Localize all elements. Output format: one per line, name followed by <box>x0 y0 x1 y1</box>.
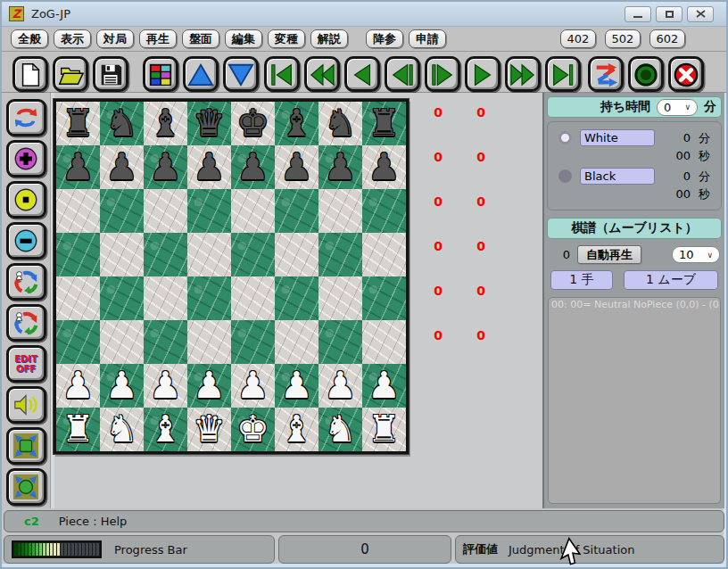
movelist-entry-0[interactable]: 00: 00= Neutral NoPiece (0,0) - (0,0) <box>549 299 720 310</box>
square-h5[interactable] <box>362 233 406 276</box>
menu-item-2[interactable]: 対局 <box>96 29 134 48</box>
square-d1[interactable]: ♛ <box>187 408 231 451</box>
square-c5[interactable] <box>144 233 187 276</box>
square-c4[interactable] <box>144 276 187 320</box>
menu-item-7[interactable]: 解説 <box>310 29 348 48</box>
square-e3[interactable] <box>231 320 275 364</box>
square-f6[interactable] <box>275 189 318 233</box>
square-c7[interactable]: ♟ <box>144 145 187 189</box>
forward-stop-button[interactable] <box>425 56 460 92</box>
rotate-pieces-down-button[interactable] <box>6 304 46 342</box>
square-b6[interactable] <box>100 189 144 233</box>
square-a8[interactable]: ♜ <box>56 102 100 145</box>
square-d5[interactable] <box>187 233 231 276</box>
square-f3[interactable] <box>275 320 318 364</box>
sound-button[interactable] <box>6 386 46 424</box>
square-e5[interactable] <box>231 233 275 276</box>
square-h8[interactable]: ♜ <box>362 102 406 145</box>
menu-number-502[interactable]: 502 <box>605 29 641 48</box>
speed-dropdown[interactable]: 10 ∨ <box>672 246 720 263</box>
square-c2[interactable]: ♟ <box>144 364 187 408</box>
menu-item-0[interactable]: 全般 <box>11 29 48 48</box>
close-button[interactable] <box>687 6 714 22</box>
step-forward-button[interactable] <box>465 56 500 92</box>
square-e4[interactable] <box>231 276 275 320</box>
time-minutes-dropdown[interactable]: 0 ∨ <box>657 99 698 116</box>
square-e7[interactable]: ♟ <box>231 145 275 189</box>
square-g8[interactable]: ♞ <box>318 102 362 145</box>
menu-item-4[interactable]: 盤面 <box>182 29 219 48</box>
fast-forward-button[interactable] <box>505 56 541 92</box>
square-h4[interactable] <box>362 276 406 320</box>
black-label[interactable]: Black <box>580 168 655 185</box>
minimize-button[interactable] <box>625 6 651 22</box>
neutral-piece-button[interactable] <box>6 181 46 219</box>
go-end-button[interactable] <box>545 56 581 92</box>
move-count-button[interactable]: 1 ムーブ <box>624 270 718 290</box>
square-d2[interactable]: ♟ <box>187 364 231 408</box>
go-start-button[interactable] <box>264 56 300 92</box>
square-f8[interactable]: ♝ <box>275 102 318 145</box>
square-c6[interactable] <box>144 189 187 233</box>
square-f2[interactable]: ♟ <box>275 364 318 408</box>
autoplay-button[interactable]: 自動再生 <box>577 245 641 264</box>
switch-move-button[interactable] <box>588 56 624 92</box>
square-g3[interactable] <box>318 320 362 364</box>
square-b7[interactable]: ♟ <box>100 145 144 189</box>
square-e6[interactable] <box>231 189 275 233</box>
step-back-button[interactable] <box>344 56 380 92</box>
fit-board-button[interactable] <box>6 427 46 465</box>
menu-item-1[interactable]: 表示 <box>54 29 91 48</box>
edit-off-button[interactable]: EDITOFF <box>6 345 46 383</box>
square-c3[interactable] <box>144 320 187 364</box>
square-b4[interactable] <box>100 276 144 320</box>
cancel-button[interactable] <box>668 56 704 92</box>
te-count-button[interactable]: 1 手 <box>550 270 613 290</box>
menu-item-6[interactable]: 変種 <box>268 29 305 48</box>
square-h7[interactable]: ♟ <box>362 145 406 189</box>
square-a2[interactable]: ♟ <box>56 364 100 408</box>
save-button[interactable] <box>93 56 128 92</box>
square-h1[interactable]: ♜ <box>362 408 406 451</box>
square-g2[interactable]: ♟ <box>318 364 362 408</box>
rotate-pieces-up-button[interactable] <box>6 263 46 301</box>
square-a4[interactable] <box>56 276 100 320</box>
square-b5[interactable] <box>100 233 144 276</box>
square-e8[interactable]: ♚ <box>231 102 275 145</box>
up-button[interactable] <box>183 56 219 92</box>
square-d8[interactable]: ♛ <box>187 102 231 145</box>
square-c1[interactable]: ♝ <box>144 408 187 451</box>
square-h6[interactable] <box>362 189 406 233</box>
add-piece-button[interactable] <box>6 140 46 177</box>
square-f4[interactable] <box>275 276 318 320</box>
square-d3[interactable] <box>187 320 231 364</box>
movelist-box[interactable]: 00: 00= Neutral NoPiece (0,0) - (0,0) <box>548 297 721 504</box>
remove-piece-button[interactable] <box>6 222 46 260</box>
square-e2[interactable]: ♟ <box>231 364 275 408</box>
menu-item-5[interactable]: 編集 <box>225 29 262 48</box>
white-label[interactable]: White <box>580 129 655 146</box>
menu-number-402[interactable]: 402 <box>560 29 596 48</box>
square-b2[interactable]: ♟ <box>100 364 144 408</box>
open-button[interactable] <box>53 56 88 92</box>
square-g4[interactable] <box>318 276 362 320</box>
square-g6[interactable] <box>318 189 362 233</box>
square-f5[interactable] <box>275 233 318 276</box>
square-d6[interactable] <box>187 189 231 233</box>
maximize-button[interactable] <box>656 6 682 22</box>
palette-button[interactable] <box>143 56 178 92</box>
square-a6[interactable] <box>56 189 100 233</box>
square-c8[interactable]: ♝ <box>144 102 187 145</box>
white-radio[interactable] <box>558 131 572 144</box>
back-stop-button[interactable] <box>385 56 420 92</box>
square-f1[interactable]: ♝ <box>275 408 318 451</box>
square-b8[interactable]: ♞ <box>100 102 144 145</box>
square-b3[interactable] <box>100 320 144 364</box>
menu-item2-0[interactable]: 降参 <box>366 29 403 48</box>
menu-item2-1[interactable]: 申請 <box>409 29 446 48</box>
square-g7[interactable]: ♟ <box>318 145 362 189</box>
square-b1[interactable]: ♞ <box>100 408 144 451</box>
record-button[interactable] <box>628 56 664 92</box>
square-g1[interactable]: ♞ <box>318 408 362 451</box>
square-h3[interactable] <box>362 320 406 364</box>
